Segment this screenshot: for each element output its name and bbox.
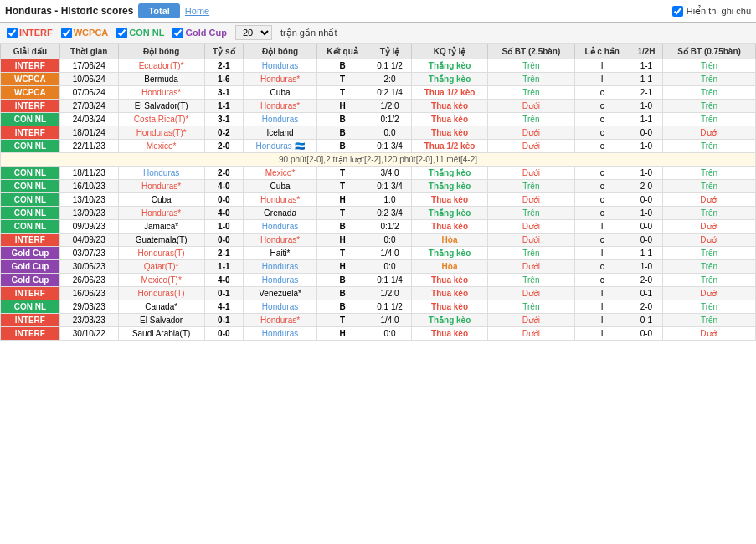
table-row: CON NL16/10/23Honduras*4-0CubaT0:1 3/4Th… xyxy=(1,180,756,193)
col-ket-qua: Kết quả xyxy=(317,44,368,59)
team1-cell[interactable]: Honduras* xyxy=(118,207,204,220)
table-row: CON NL09/09/23Jamaica*1-0HondurasB0:1/2T… xyxy=(1,220,756,234)
tab-total[interactable]: Total xyxy=(138,3,179,18)
show-note-checkbox[interactable]: Hiển thị ghi chú xyxy=(672,6,751,17)
filter-interf[interactable]: INTERF xyxy=(7,28,53,38)
bt075-cell: Trên xyxy=(663,207,756,220)
team1-cell[interactable]: Guatemala(T) xyxy=(118,234,204,247)
team1-cell[interactable]: Qatar(T)* xyxy=(118,260,204,274)
team1-cell[interactable]: Saudi Arabia(T) xyxy=(118,327,204,341)
bt25-cell: Trên xyxy=(488,86,574,100)
lec-cell: c xyxy=(574,167,630,180)
cat-cell: Gold Cup xyxy=(1,274,60,287)
team2-cell[interactable]: Iceland xyxy=(244,126,317,140)
cat-cell: INTERF xyxy=(1,234,60,247)
col-thoi-gian: Thời gian xyxy=(59,44,118,59)
kq-cell: Hòa xyxy=(411,260,487,274)
cat-cell: Gold Cup xyxy=(1,247,60,260)
team1-cell[interactable]: Ecuador(T)* xyxy=(118,59,204,73)
odds-cell: 0:1 1/2 xyxy=(368,59,412,73)
team1-cell[interactable]: Mexico* xyxy=(118,140,204,153)
filter-goldcup-checkbox[interactable] xyxy=(172,28,183,38)
filter-connl-checkbox[interactable] xyxy=(116,28,127,38)
team2-cell[interactable]: Honduras* xyxy=(244,193,317,207)
col-doi-bong-1: Đội bóng xyxy=(118,44,204,59)
filter-connl[interactable]: CON NL xyxy=(116,28,164,38)
team2-cell[interactable]: Honduras xyxy=(244,260,317,274)
table-row: INTERF30/10/22Saudi Arabia(T)0-0Honduras… xyxy=(1,327,756,341)
team1-cell[interactable]: Honduras(T) xyxy=(118,247,204,260)
team2-cell[interactable]: Cuba xyxy=(244,86,317,100)
filter-connl-label: CON NL xyxy=(129,28,164,38)
bt25-cell: Trên xyxy=(488,247,574,260)
date-cell: 03/07/23 xyxy=(59,247,118,260)
date-cell: 04/09/23 xyxy=(59,234,118,247)
team1-cell[interactable]: El Salvador xyxy=(118,314,204,327)
filter-wcpca-checkbox[interactable] xyxy=(61,28,72,38)
bt25-cell: Trên xyxy=(488,207,574,220)
kq-cell: Thua kèo xyxy=(411,274,487,287)
team1-cell[interactable]: Honduras(T) xyxy=(118,287,204,300)
team2-cell[interactable]: Honduras xyxy=(244,113,317,126)
team2-cell[interactable]: Haiti* xyxy=(244,247,317,260)
date-cell: 10/06/24 xyxy=(59,73,118,86)
bt075-cell: Dưới xyxy=(663,126,756,140)
team1-cell[interactable]: Canada* xyxy=(118,300,204,314)
cat-cell: CON NL xyxy=(1,113,60,126)
team1-cell[interactable]: Jamaica* xyxy=(118,220,204,234)
date-cell: 23/03/23 xyxy=(59,314,118,327)
cat-cell: INTERF xyxy=(1,327,60,341)
count-select[interactable]: 20103050 xyxy=(235,25,272,40)
col-kq-ty-le: KQ tỷ lệ xyxy=(411,44,487,59)
team2-cell[interactable]: Honduras* xyxy=(244,314,317,327)
team2-cell[interactable]: Cuba xyxy=(244,180,317,193)
lec-cell: I xyxy=(574,220,630,234)
team1-cell[interactable]: Honduras(T)* xyxy=(118,126,204,140)
half-cell: 1-0 xyxy=(630,260,662,274)
team2-cell[interactable]: Honduras xyxy=(244,59,317,73)
team2-cell[interactable]: Honduras xyxy=(244,220,317,234)
team2-cell[interactable]: Honduras* xyxy=(244,100,317,113)
date-cell: 18/11/23 xyxy=(59,167,118,180)
result-cell: B xyxy=(317,140,368,153)
filter-interf-checkbox[interactable] xyxy=(7,28,18,38)
cat-cell: INTERF xyxy=(1,314,60,327)
cat-cell: INTERF xyxy=(1,126,60,140)
bt075-cell: Dưới xyxy=(663,234,756,247)
team2-cell[interactable]: Honduras* xyxy=(244,234,317,247)
team1-cell[interactable]: Honduras xyxy=(118,167,204,180)
team1-cell[interactable]: Mexico(T)* xyxy=(118,274,204,287)
show-note-input[interactable] xyxy=(672,6,683,17)
team1-cell[interactable]: Honduras* xyxy=(118,180,204,193)
result-cell: T xyxy=(317,167,368,180)
score-cell: 2-0 xyxy=(204,167,243,180)
team2-cell[interactable]: Grenada xyxy=(244,207,317,220)
bt075-cell: Trên xyxy=(663,247,756,260)
cat-cell: Gold Cup xyxy=(1,260,60,274)
filter-goldcup[interactable]: Gold Cup xyxy=(172,28,227,38)
odds-cell: 1/2:0 xyxy=(368,100,412,113)
kq-cell: Thua kèo xyxy=(411,327,487,341)
bt25-cell: Dưới xyxy=(488,314,574,327)
team2-cell[interactable]: Honduras xyxy=(244,300,317,314)
team2-cell[interactable]: Honduras* xyxy=(244,73,317,86)
tab-home[interactable]: Home xyxy=(185,6,209,16)
bt25-cell: Dưới xyxy=(488,220,574,234)
team2-cell[interactable]: Mexico* xyxy=(244,167,317,180)
half-cell: 1-1 xyxy=(630,247,662,260)
kq-cell: Thắng kèo xyxy=(411,73,487,86)
team2-cell[interactable]: Honduras xyxy=(244,274,317,287)
team1-cell[interactable]: Costa Rica(T)* xyxy=(118,113,204,126)
team2-cell[interactable]: Honduras 🇭🇳 xyxy=(244,140,317,153)
kq-cell: Thua kèo xyxy=(411,193,487,207)
team2-cell[interactable]: Honduras xyxy=(244,327,317,341)
team1-cell[interactable]: Bermuda xyxy=(118,73,204,86)
bt25-cell: Trên xyxy=(488,274,574,287)
team1-cell[interactable]: Honduras* xyxy=(118,86,204,100)
team1-cell[interactable]: El Salvador(T) xyxy=(118,100,204,113)
score-cell: 0-2 xyxy=(204,126,243,140)
bt075-cell: Dưới xyxy=(663,287,756,300)
team2-cell[interactable]: Venezuela* xyxy=(244,287,317,300)
filter-wcpca[interactable]: WCPCA xyxy=(61,28,109,38)
team1-cell[interactable]: Cuba xyxy=(118,193,204,207)
